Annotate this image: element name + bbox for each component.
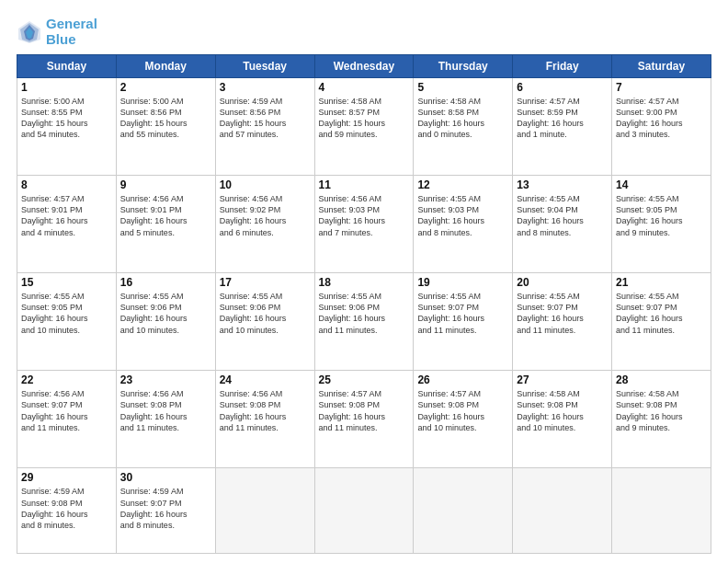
day-info: Sunrise: 4:59 AM Sunset: 9:07 PM Dayligh… bbox=[120, 486, 211, 531]
day-info: Sunrise: 4:57 AM Sunset: 9:00 PM Dayligh… bbox=[616, 96, 707, 141]
day-info: Sunrise: 4:59 AM Sunset: 8:56 PM Dayligh… bbox=[220, 96, 311, 141]
day-number: 16 bbox=[120, 276, 211, 289]
day-number: 25 bbox=[319, 373, 410, 386]
day-number: 15 bbox=[21, 276, 112, 289]
day-info: Sunrise: 4:58 AM Sunset: 9:08 PM Dayligh… bbox=[517, 388, 608, 433]
day-number: 9 bbox=[120, 178, 211, 191]
day-info: Sunrise: 4:56 AM Sunset: 9:07 PM Dayligh… bbox=[21, 388, 112, 433]
table-row bbox=[414, 468, 513, 554]
table-row: 9Sunrise: 4:56 AM Sunset: 9:01 PM Daylig… bbox=[116, 176, 215, 273]
day-info: Sunrise: 4:55 AM Sunset: 9:03 PM Dayligh… bbox=[417, 193, 508, 238]
page: General Blue Sunday Monday Tuesday Wedne… bbox=[0, 0, 728, 563]
table-row bbox=[612, 468, 711, 554]
table-row: 18Sunrise: 4:55 AM Sunset: 9:06 PM Dayli… bbox=[314, 273, 414, 371]
day-number: 20 bbox=[517, 276, 608, 289]
table-row: 3Sunrise: 4:59 AM Sunset: 8:56 PM Daylig… bbox=[215, 78, 314, 176]
day-info: Sunrise: 4:55 AM Sunset: 9:06 PM Dayligh… bbox=[319, 291, 410, 336]
table-row: 25Sunrise: 4:57 AM Sunset: 9:08 PM Dayli… bbox=[314, 371, 414, 468]
day-number: 6 bbox=[517, 81, 608, 94]
col-friday: Friday bbox=[513, 55, 612, 78]
day-info: Sunrise: 4:55 AM Sunset: 9:07 PM Dayligh… bbox=[517, 291, 608, 336]
calendar-table: Sunday Monday Tuesday Wednesday Thursday… bbox=[17, 54, 711, 554]
day-number: 24 bbox=[220, 373, 311, 386]
day-number: 29 bbox=[21, 471, 112, 484]
day-number: 10 bbox=[220, 178, 311, 191]
table-row: 23Sunrise: 4:56 AM Sunset: 9:08 PM Dayli… bbox=[116, 371, 215, 468]
day-number: 3 bbox=[220, 81, 311, 94]
table-row: 16Sunrise: 4:55 AM Sunset: 9:06 PM Dayli… bbox=[116, 273, 215, 371]
col-monday: Monday bbox=[116, 55, 215, 78]
table-row: 24Sunrise: 4:56 AM Sunset: 9:08 PM Dayli… bbox=[215, 371, 314, 468]
calendar-body: 1Sunrise: 5:00 AM Sunset: 8:55 PM Daylig… bbox=[17, 78, 711, 554]
day-number: 11 bbox=[319, 178, 410, 191]
day-number: 23 bbox=[120, 373, 211, 386]
table-row: 21Sunrise: 4:55 AM Sunset: 9:07 PM Dayli… bbox=[612, 273, 711, 371]
table-row: 5Sunrise: 4:58 AM Sunset: 8:58 PM Daylig… bbox=[414, 78, 513, 176]
day-number: 4 bbox=[319, 81, 410, 94]
table-row: 8Sunrise: 4:57 AM Sunset: 9:01 PM Daylig… bbox=[17, 176, 117, 273]
table-row: 7Sunrise: 4:57 AM Sunset: 9:00 PM Daylig… bbox=[612, 78, 711, 176]
col-wednesday: Wednesday bbox=[314, 55, 414, 78]
day-info: Sunrise: 4:59 AM Sunset: 9:08 PM Dayligh… bbox=[21, 486, 112, 531]
table-row: 2Sunrise: 5:00 AM Sunset: 8:56 PM Daylig… bbox=[116, 78, 215, 176]
day-number: 22 bbox=[21, 373, 112, 386]
day-info: Sunrise: 4:56 AM Sunset: 9:08 PM Dayligh… bbox=[120, 388, 211, 433]
table-row bbox=[314, 468, 414, 554]
day-info: Sunrise: 4:55 AM Sunset: 9:05 PM Dayligh… bbox=[21, 291, 112, 336]
col-tuesday: Tuesday bbox=[215, 55, 314, 78]
day-info: Sunrise: 4:56 AM Sunset: 9:03 PM Dayligh… bbox=[319, 193, 410, 238]
table-row: 4Sunrise: 4:58 AM Sunset: 8:57 PM Daylig… bbox=[314, 78, 414, 176]
day-info: Sunrise: 4:58 AM Sunset: 8:57 PM Dayligh… bbox=[319, 96, 410, 141]
table-row: 26Sunrise: 4:57 AM Sunset: 9:08 PM Dayli… bbox=[414, 371, 513, 468]
day-info: Sunrise: 4:56 AM Sunset: 9:02 PM Dayligh… bbox=[220, 193, 311, 238]
logo-icon bbox=[17, 19, 42, 45]
day-number: 2 bbox=[120, 81, 211, 94]
day-info: Sunrise: 4:55 AM Sunset: 9:04 PM Dayligh… bbox=[517, 193, 608, 238]
table-row: 15Sunrise: 4:55 AM Sunset: 9:05 PM Dayli… bbox=[17, 273, 117, 371]
table-row: 11Sunrise: 4:56 AM Sunset: 9:03 PM Dayli… bbox=[314, 176, 414, 273]
col-thursday: Thursday bbox=[414, 55, 513, 78]
day-number: 7 bbox=[616, 81, 707, 94]
col-saturday: Saturday bbox=[612, 55, 711, 78]
day-number: 27 bbox=[517, 373, 608, 386]
table-row: 12Sunrise: 4:55 AM Sunset: 9:03 PM Dayli… bbox=[414, 176, 513, 273]
day-info: Sunrise: 4:55 AM Sunset: 9:07 PM Dayligh… bbox=[417, 291, 508, 336]
header: General Blue bbox=[17, 17, 711, 47]
table-row: 10Sunrise: 4:56 AM Sunset: 9:02 PM Dayli… bbox=[215, 176, 314, 273]
day-number: 28 bbox=[616, 373, 707, 386]
day-info: Sunrise: 4:55 AM Sunset: 9:05 PM Dayligh… bbox=[616, 193, 707, 238]
day-info: Sunrise: 4:58 AM Sunset: 8:58 PM Dayligh… bbox=[417, 96, 508, 141]
calendar-row: 1Sunrise: 5:00 AM Sunset: 8:55 PM Daylig… bbox=[17, 78, 711, 176]
calendar-header: Sunday Monday Tuesday Wednesday Thursday… bbox=[17, 55, 711, 78]
day-info: Sunrise: 4:57 AM Sunset: 8:59 PM Dayligh… bbox=[517, 96, 608, 141]
day-number: 26 bbox=[417, 373, 508, 386]
day-info: Sunrise: 4:57 AM Sunset: 9:01 PM Dayligh… bbox=[21, 193, 112, 238]
weekday-header-row: Sunday Monday Tuesday Wednesday Thursday… bbox=[17, 55, 711, 78]
day-number: 1 bbox=[21, 81, 112, 94]
day-info: Sunrise: 4:58 AM Sunset: 9:08 PM Dayligh… bbox=[616, 388, 707, 433]
day-number: 18 bbox=[319, 276, 410, 289]
table-row: 27Sunrise: 4:58 AM Sunset: 9:08 PM Dayli… bbox=[513, 371, 612, 468]
table-row: 30Sunrise: 4:59 AM Sunset: 9:07 PM Dayli… bbox=[116, 468, 215, 554]
day-number: 12 bbox=[417, 178, 508, 191]
table-row: 13Sunrise: 4:55 AM Sunset: 9:04 PM Dayli… bbox=[513, 176, 612, 273]
day-info: Sunrise: 4:55 AM Sunset: 9:07 PM Dayligh… bbox=[616, 291, 707, 336]
calendar-row: 15Sunrise: 4:55 AM Sunset: 9:05 PM Dayli… bbox=[17, 273, 711, 371]
table-row: 17Sunrise: 4:55 AM Sunset: 9:06 PM Dayli… bbox=[215, 273, 314, 371]
logo: General Blue bbox=[17, 17, 97, 47]
logo-line2: Blue bbox=[46, 32, 97, 48]
table-row bbox=[215, 468, 314, 554]
day-info: Sunrise: 4:56 AM Sunset: 9:08 PM Dayligh… bbox=[220, 388, 311, 433]
day-info: Sunrise: 4:55 AM Sunset: 9:06 PM Dayligh… bbox=[220, 291, 311, 336]
day-number: 13 bbox=[517, 178, 608, 191]
day-number: 30 bbox=[120, 471, 211, 484]
day-number: 8 bbox=[21, 178, 112, 191]
day-number: 17 bbox=[220, 276, 311, 289]
calendar-row: 22Sunrise: 4:56 AM Sunset: 9:07 PM Dayli… bbox=[17, 371, 711, 468]
day-info: Sunrise: 5:00 AM Sunset: 8:55 PM Dayligh… bbox=[21, 96, 112, 141]
table-row bbox=[513, 468, 612, 554]
day-number: 5 bbox=[417, 81, 508, 94]
day-number: 14 bbox=[616, 178, 707, 191]
logo-line1: General bbox=[46, 17, 97, 32]
calendar-row: 8Sunrise: 4:57 AM Sunset: 9:01 PM Daylig… bbox=[17, 176, 711, 273]
